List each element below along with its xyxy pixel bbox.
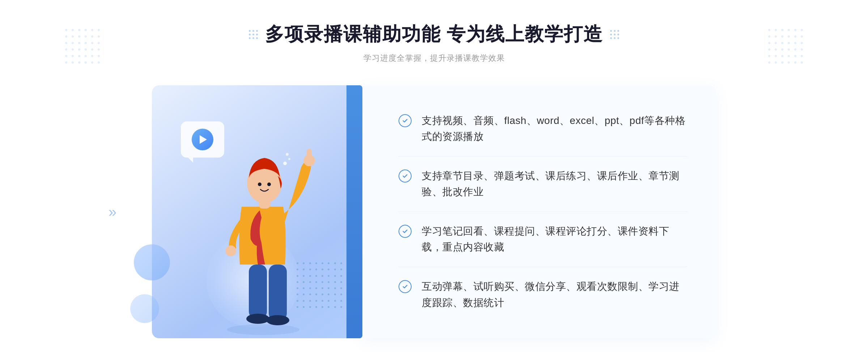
feature-item-1: 支持视频、音频、flash、word、excel、ppt、pdf等各种格式的资源… xyxy=(399,106,687,153)
deco-circle xyxy=(134,244,170,280)
svg-point-11 xyxy=(267,183,271,186)
feature-item-4: 互动弹幕、试听购买、微信分享、观看次数限制、学习进度跟踪、数据统计 xyxy=(399,271,687,318)
svg-point-13 xyxy=(288,158,290,160)
feature-text-1: 支持视频、音频、flash、word、excel、ppt、pdf等各种格式的资源… xyxy=(422,113,687,145)
blue-vertical-bar xyxy=(346,85,362,338)
feature-text-4: 互动弹幕、试听购买、微信分享、观看次数限制、学习进度跟踪、数据统计 xyxy=(422,279,687,311)
svg-point-14 xyxy=(286,153,289,156)
svg-rect-6 xyxy=(307,149,312,160)
divider-3 xyxy=(399,267,687,267)
svg-rect-1 xyxy=(249,265,267,319)
left-chevron-icon: » xyxy=(109,204,116,220)
page-title: 多项录播课辅助功能 专为线上教学打造 xyxy=(265,22,603,47)
check-icon-2 xyxy=(399,169,412,183)
bg-decoration-dots-right xyxy=(768,29,803,64)
bg-decoration-dots-left xyxy=(65,29,100,64)
check-icon-1 xyxy=(399,114,412,127)
feature-item-2: 支持章节目录、弹题考试、课后练习、课后作业、章节测验、批改作业 xyxy=(399,161,687,208)
divider-2 xyxy=(399,211,687,212)
page-header: 多项录播课辅助功能 专为线上教学打造 xyxy=(249,22,619,47)
page-deco-circle xyxy=(130,294,159,323)
divider-1 xyxy=(399,156,687,156)
feature-item-3: 学习笔记回看、课程提问、课程评论打分、课件资料下载，重点内容收藏 xyxy=(399,216,687,263)
svg-rect-2 xyxy=(269,265,287,321)
check-icon-3 xyxy=(399,225,412,238)
header-dots-left xyxy=(249,30,258,39)
feature-text-3: 学习笔记回看、课程提问、课程评论打分、课件资料下载，重点内容收藏 xyxy=(422,223,687,256)
page-wrapper: 多项录播课辅助功能 专为线上教学打造 学习进度全掌握，提升录播课教学效果 » xyxy=(0,0,868,352)
page-subtitle: 学习进度全掌握，提升录播课教学效果 xyxy=(363,53,505,64)
feature-text-2: 支持章节目录、弹题考试、课后练习、课后作业、章节测验、批改作业 xyxy=(422,168,687,201)
header-dots-right xyxy=(610,30,619,39)
illustration-panel xyxy=(152,85,354,338)
svg-point-12 xyxy=(283,162,287,165)
check-icon-4 xyxy=(399,280,412,293)
dot-pattern-decoration xyxy=(297,262,344,309)
svg-point-7 xyxy=(225,245,236,256)
features-panel: 支持视频、音频、flash、word、excel、ppt、pdf等各种格式的资源… xyxy=(362,85,716,338)
svg-point-10 xyxy=(258,183,261,186)
svg-point-4 xyxy=(266,315,289,325)
svg-point-3 xyxy=(246,314,269,324)
main-content: » xyxy=(152,85,716,338)
svg-point-0 xyxy=(227,324,299,335)
